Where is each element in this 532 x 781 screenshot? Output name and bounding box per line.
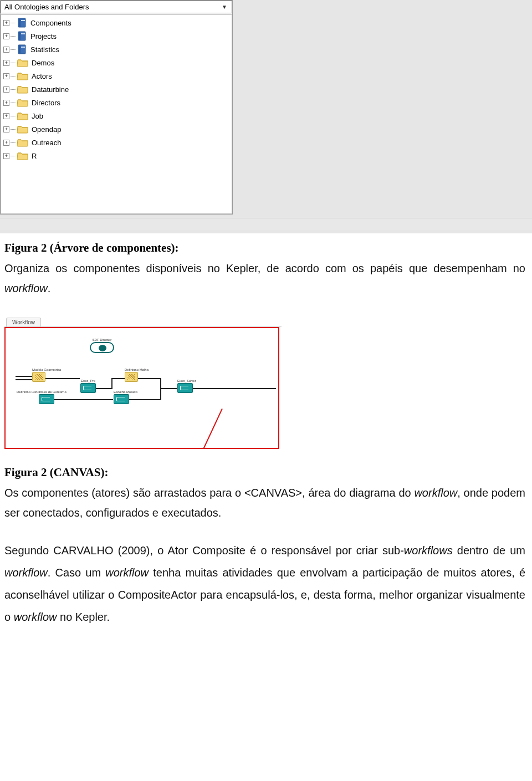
- node-def-contorno[interactable]: Definicao Condicoes de Contorno: [17, 390, 66, 404]
- tree-item-label: Demos: [29, 59, 54, 67]
- tree-connector: [11, 156, 16, 156]
- tree-item-label: Opendap: [29, 125, 62, 134]
- book-icon: [17, 31, 27, 41]
- body-seg: no Kepler.: [57, 611, 110, 623]
- body-seg: workflow: [4, 566, 48, 579]
- tree-item-label: Job: [29, 112, 43, 120]
- fig1-text-c: .: [48, 282, 51, 294]
- tree-item-label: Statistics: [28, 45, 59, 54]
- expand-icon[interactable]: +: [3, 47, 9, 53]
- tree-item-label: Components: [28, 19, 71, 27]
- figure-2-caption: Figura 2 (CANVAS):: [4, 466, 532, 479]
- director-icon: [90, 342, 114, 353]
- node-escolha-metodo[interactable]: Escolha Metodo: [114, 390, 137, 404]
- tree-row[interactable]: +Demos: [2, 56, 231, 69]
- tree-connector: [11, 76, 16, 76]
- node-label: Definicao Malha: [125, 368, 149, 371]
- tree-row[interactable]: +Projects: [2, 29, 231, 43]
- expand-icon[interactable]: +: [3, 33, 9, 39]
- expand-icon[interactable]: +: [3, 113, 9, 119]
- tree-item-label: Outreach: [29, 139, 61, 147]
- actor-icon: [39, 394, 54, 404]
- node-exec-solver[interactable]: Exec_Solver: [177, 379, 196, 393]
- body-seg: . Caso um: [48, 566, 105, 579]
- node-label: Exec_Pre: [80, 379, 96, 382]
- tree-item-label: Directors: [29, 99, 60, 107]
- tree-row[interactable]: +Dataturbine: [2, 83, 231, 96]
- canvas-area[interactable]: SDF Director Modelo Geometrico Exec_Pre …: [4, 327, 279, 449]
- director-node[interactable]: SDF Director: [90, 338, 114, 353]
- node-def-malha[interactable]: Definicao Malha: [125, 368, 149, 382]
- wire: [160, 388, 177, 389]
- wire: [16, 376, 32, 377]
- expand-icon[interactable]: +: [3, 86, 9, 93]
- canvas-screenshot: Workflow SDF Director Modelo Geometrico …: [4, 315, 282, 449]
- expand-icon[interactable]: +: [3, 140, 9, 146]
- wire: [16, 379, 32, 380]
- wire: [193, 388, 276, 389]
- tree-connector: [11, 89, 16, 90]
- tree-item-label: Projects: [28, 32, 57, 40]
- body-seg: workflows: [404, 544, 453, 557]
- tree-panel-container: All Ontologies and Folders ▼ +Components…: [0, 0, 532, 233]
- wire: [111, 378, 112, 389]
- tree-connector: [11, 103, 16, 103]
- folder-icon: [17, 138, 28, 147]
- body-seg: workflow: [14, 611, 57, 623]
- tree-row[interactable]: +Outreach: [2, 136, 231, 149]
- tree-connector: [11, 23, 16, 23]
- svg-rect-2: [21, 20, 25, 21]
- actor-icon: [114, 394, 129, 404]
- panel-footer: [0, 218, 532, 230]
- tree-item-label: Dataturbine: [29, 85, 69, 94]
- folder-icon: [17, 72, 28, 80]
- tree-connector: [11, 36, 16, 37]
- tree-row[interactable]: +Job: [2, 109, 231, 122]
- body-paragraph: Segundo CARVALHO (2009), o Ator Composit…: [4, 539, 525, 628]
- figure-1-description: Organiza os componentes disponíveis no K…: [4, 258, 525, 298]
- node-label: Escolha Metodo: [114, 390, 137, 394]
- wire: [54, 399, 113, 400]
- wire: [138, 378, 160, 379]
- tree-body: +Components+Projects+Statistics+Demos+Ac…: [1, 14, 232, 214]
- actor-icon: [80, 383, 96, 393]
- expand-icon[interactable]: +: [3, 153, 9, 159]
- tree-row[interactable]: +Statistics: [2, 43, 231, 56]
- tree-row[interactable]: +R: [2, 149, 231, 162]
- node-label: Modelo Geometrico: [32, 368, 61, 371]
- expand-icon[interactable]: +: [3, 60, 9, 66]
- svg-rect-5: [21, 33, 25, 34]
- tree-connector: [11, 63, 16, 63]
- tree-row[interactable]: +Components: [2, 16, 231, 29]
- svg-rect-7: [19, 45, 21, 53]
- body-seg: dentro de um: [453, 544, 525, 557]
- tree-row[interactable]: +Actors: [2, 69, 231, 83]
- expand-icon[interactable]: +: [3, 20, 9, 26]
- wire: [96, 388, 111, 389]
- expand-icon[interactable]: +: [3, 126, 9, 132]
- expand-icon[interactable]: +: [3, 100, 9, 106]
- chevron-down-icon: ▼: [219, 4, 229, 10]
- body-seg: Segundo CARVALHO (2009), o Ator Composit…: [4, 544, 404, 557]
- expand-icon[interactable]: +: [3, 73, 9, 79]
- tree-item-label: Actors: [29, 72, 52, 80]
- tree-row[interactable]: +Directors: [2, 96, 231, 109]
- tab-strip: Workflow: [4, 315, 282, 327]
- node-modelo-geometrico[interactable]: Modelo Geometrico: [32, 368, 61, 382]
- ontology-dropdown[interactable]: All Ontologies and Folders ▼: [1, 1, 232, 13]
- wire: [129, 399, 160, 400]
- svg-rect-4: [19, 32, 21, 40]
- book-icon: [17, 44, 27, 54]
- tree-connector: [11, 129, 16, 130]
- fig1-text-a: Organiza os componentes disponíveis no K…: [4, 262, 525, 274]
- book-icon: [17, 18, 27, 28]
- tab-workflow[interactable]: Workflow: [6, 318, 41, 326]
- figure-2-description: Os componentes (atores) são arrastados p…: [4, 483, 525, 523]
- folder-icon: [17, 85, 28, 94]
- wire: [111, 378, 125, 379]
- tree-connector: [11, 116, 16, 116]
- actor-icon: [177, 383, 193, 393]
- node-exec-pre[interactable]: Exec_Pre: [80, 379, 96, 393]
- tree-row[interactable]: +Opendap: [2, 122, 231, 136]
- tree-connector: [11, 49, 16, 50]
